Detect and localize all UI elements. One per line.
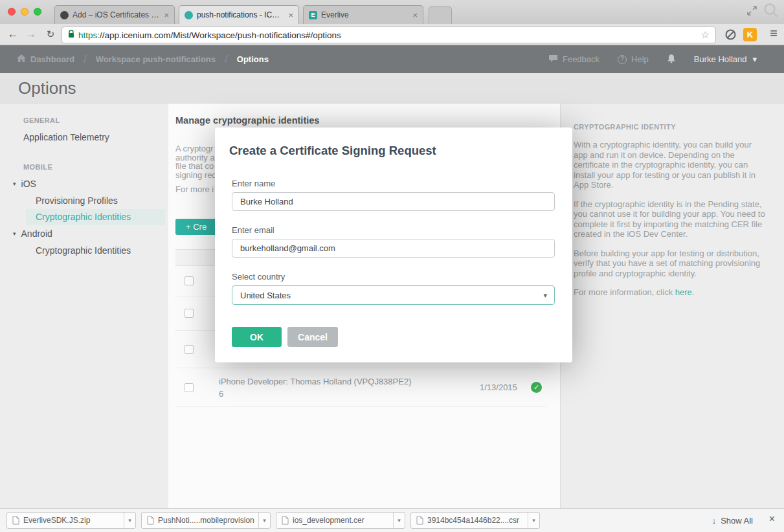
country-label: Select country: [232, 272, 285, 282]
breadcrumb-separator: /: [84, 53, 87, 66]
fullscreen-expand-icon[interactable]: [746, 5, 757, 19]
url-rest: ://app.icenium.com/Mist/Workspace/push-n…: [97, 30, 341, 40]
notifications-bell-icon[interactable]: [667, 54, 676, 65]
sidebar-group-ios[interactable]: ▾ iOS: [0, 175, 168, 192]
window-minimize-button[interactable]: [21, 8, 28, 16]
download-item[interactable]: ios_development.cer ▾: [276, 512, 405, 529]
sidebar-section-general: GENERAL: [0, 112, 168, 129]
download-item[interactable]: EverliveSDK.JS.zip ▾: [6, 512, 136, 529]
show-all-button[interactable]: ↓ Show All: [712, 512, 753, 529]
row-checkbox[interactable]: [185, 309, 194, 318]
bookmark-star-icon[interactable]: ☆: [701, 29, 710, 41]
download-filename: PushNoti.....mobileprovision: [158, 516, 258, 525]
sidebar-item-provisioning-profiles[interactable]: Provisioning Profiles: [0, 192, 168, 209]
download-menu-caret[interactable]: ▾: [258, 513, 270, 528]
row-checkbox[interactable]: [185, 345, 194, 354]
sidebar-section-mobile: MOBILE: [0, 159, 168, 175]
browser-window: Add – iOS Certificates – A... × push-not…: [0, 0, 784, 532]
address-bar[interactable]: https://app.icenium.com/Mist/Workspace/p…: [62, 27, 716, 43]
forward-button[interactable]: →: [23, 27, 39, 42]
url-scheme: https: [78, 30, 97, 40]
url-text: https://app.icenium.com/Mist/Workspace/p…: [78, 30, 341, 40]
cancel-button[interactable]: Cancel: [287, 327, 338, 347]
create-csr-dialog: Create a Certificate Signing Request Ent…: [215, 127, 572, 362]
breadcrumb-options: Options: [237, 54, 269, 64]
tab-everlive[interactable]: E Everlive ×: [303, 5, 423, 24]
page-title: Options: [18, 73, 784, 103]
browser-menu-icon[interactable]: ≡: [770, 26, 778, 41]
name-field[interactable]: [232, 192, 555, 211]
breadcrumb-separator: /: [225, 53, 228, 66]
download-menu-caret[interactable]: ▾: [124, 513, 135, 528]
ok-button[interactable]: OK: [232, 327, 282, 347]
sidebar-group-android[interactable]: ▾ Android: [0, 225, 168, 242]
close-downloads-icon[interactable]: ×: [769, 513, 775, 525]
chevron-down-icon: ▾: [543, 291, 547, 300]
download-filename: 3914bc454a1446b22....csr: [427, 516, 528, 525]
new-tab-button[interactable]: [429, 6, 452, 24]
sidebar-item-cryptographic-identities-android[interactable]: Cryptographic Identities: [0, 242, 168, 259]
browser-nav-bar: ← → ↻ https://app.icenium.com/Mist/Works…: [0, 24, 784, 45]
help-link[interactable]: ? Help: [618, 54, 649, 64]
help-paragraph: Before building your app for testing or …: [574, 249, 767, 279]
extension-blocker-icon[interactable]: [723, 27, 737, 41]
tab-push-notifications[interactable]: push-notifications - ICENIU... ×: [179, 5, 299, 24]
download-item[interactable]: 3914bc454a1446b22....csr ▾: [410, 512, 540, 529]
everlive-favicon-icon: E: [309, 11, 317, 19]
help-panel-title: CRYPTOGRAPHIC IDENTITY: [574, 123, 767, 131]
tab-close-icon[interactable]: ×: [412, 11, 418, 19]
sidebar-item-cryptographic-identities-ios[interactable]: Cryptographic Identities: [26, 209, 165, 225]
speech-bubble-icon: [548, 54, 558, 65]
https-lock-icon: [68, 29, 74, 41]
row-checkbox[interactable]: [185, 276, 194, 285]
window-close-button[interactable]: [8, 8, 16, 16]
identity-name-cell: iPhone Developer: Thomas Holland (VPQJ83…: [219, 375, 411, 400]
breadcrumb: Dashboard / Workspace push-notifications…: [17, 45, 269, 73]
download-arrow-icon: ↓: [712, 516, 717, 526]
download-filename: ios_development.cer: [293, 516, 393, 525]
help-paragraph: With a cryptographic identity, you can b…: [574, 140, 767, 190]
back-button[interactable]: ←: [5, 27, 21, 42]
tab-close-icon[interactable]: ×: [288, 11, 293, 19]
window-zoom-button[interactable]: [34, 8, 41, 16]
more-info-text: For more i: [175, 184, 214, 194]
chevron-down-icon: ▾: [13, 225, 16, 242]
search-magnifier-icon[interactable]: [763, 2, 780, 22]
table-row[interactable]: iPhone Developer: Thomas Holland (VPQJ83…: [175, 368, 546, 407]
icenium-favicon-icon: [185, 11, 193, 19]
breadcrumb-dashboard[interactable]: Dashboard: [17, 54, 74, 64]
tab-title: push-notifications - ICENIU...: [197, 10, 284, 19]
here-link[interactable]: here.: [675, 287, 695, 297]
help-panel: CRYPTOGRAPHIC IDENTITY With a cryptograp…: [561, 104, 784, 508]
country-dropdown[interactable]: United States ▾: [232, 285, 555, 305]
user-menu[interactable]: Burke Holland ▾: [694, 54, 757, 64]
download-menu-caret[interactable]: ▾: [528, 513, 539, 528]
file-icon: [282, 516, 289, 525]
browser-tab-bar: Add – iOS Certificates – A... × push-not…: [0, 0, 784, 24]
help-more-info: For more information, click here.: [574, 287, 767, 298]
downloads-bar: EverliveSDK.JS.zip ▾ PushNoti.....mobile…: [0, 508, 784, 532]
feedback-link[interactable]: Feedback: [548, 54, 599, 65]
tab-close-icon[interactable]: ×: [164, 11, 169, 19]
extension-k-icon[interactable]: K: [743, 28, 757, 41]
name-label: Enter name: [232, 179, 275, 188]
file-icon: [416, 516, 423, 525]
sidebar-item-application-telemetry[interactable]: Application Telemetry: [0, 129, 168, 146]
sidebar: GENERAL Application Telemetry MOBILE ▾ i…: [0, 104, 168, 259]
valid-check-icon: ✓: [531, 382, 542, 393]
intro-text: A cryptogr authority a file that co sign…: [175, 144, 217, 179]
row-checkbox[interactable]: [185, 383, 194, 392]
home-icon: [17, 54, 26, 64]
user-name: Burke Holland: [694, 54, 747, 64]
download-item[interactable]: PushNoti.....mobileprovision ▾: [141, 512, 271, 529]
question-icon: ?: [618, 55, 627, 64]
apple-favicon-icon: [60, 11, 69, 19]
reload-button[interactable]: ↻: [43, 27, 58, 42]
help-paragraph: If the cryptographic identity is in the …: [574, 199, 767, 239]
identity-date-cell: 1/13/2015: [480, 382, 517, 392]
download-filename: EverliveSDK.JS.zip: [23, 516, 124, 525]
tab-ios-certificates[interactable]: Add – iOS Certificates – A... ×: [54, 5, 175, 24]
download-menu-caret[interactable]: ▾: [393, 513, 405, 528]
breadcrumb-workspace[interactable]: Workspace push-notifications: [96, 54, 216, 64]
email-field[interactable]: [232, 239, 555, 258]
